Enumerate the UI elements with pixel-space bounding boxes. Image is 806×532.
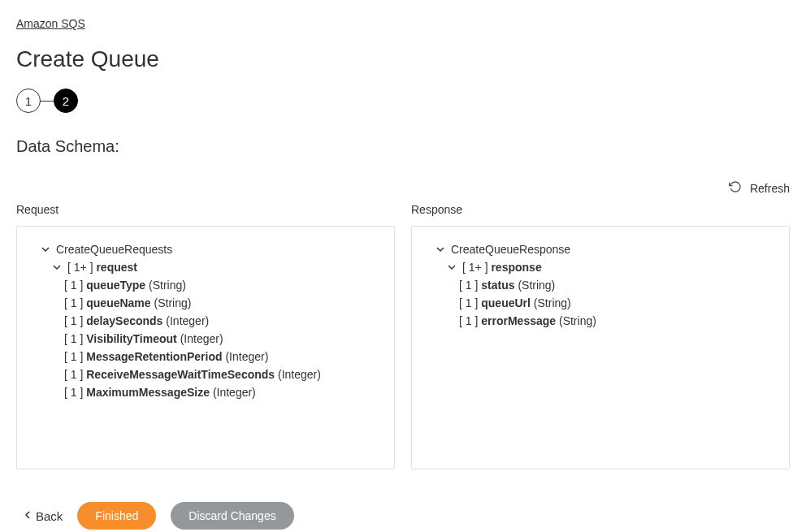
node-cardinality: [ 1 ]	[459, 296, 478, 309]
node-name: status	[481, 279, 514, 292]
tree-node-root[interactable]: CreateQueueResponse	[428, 243, 773, 256]
discard-button[interactable]: Discard Changes	[171, 502, 293, 530]
section-title: Data Schema:	[16, 137, 790, 156]
chevron-left-icon	[24, 510, 31, 521]
node-type: (String)	[518, 279, 555, 292]
node-label: CreateQueueRequests	[56, 243, 172, 256]
tree-node-field: [ 1 ] MaximumMessageSize (Integer)	[33, 386, 378, 399]
node-type: (Integer)	[213, 386, 256, 399]
node-type: (String)	[149, 279, 186, 292]
node-type: (String)	[154, 296, 192, 309]
node-name: queueName	[86, 296, 150, 309]
node-cardinality: [ 1 ]	[459, 279, 478, 292]
page-title: Create Queue	[16, 46, 790, 72]
back-button[interactable]: Back	[24, 509, 63, 523]
breadcrumb-link[interactable]: Amazon SQS	[16, 17, 85, 30]
request-column: Request CreateQueueRequests [ 1+ ] reque…	[16, 203, 395, 469]
finished-button[interactable]: Finished	[77, 502, 156, 530]
node-cardinality: [ 1 ]	[64, 368, 83, 381]
tree-node-field: [ 1 ] ReceiveMessageWaitTimeSeconds (Int…	[33, 368, 378, 381]
request-label: Request	[16, 203, 395, 216]
node-name: request	[96, 261, 137, 274]
tree-node-field: [ 1 ] queueType (String)	[33, 279, 378, 292]
back-label: Back	[36, 509, 63, 523]
tree-node-child[interactable]: [ 1+ ] request	[33, 261, 378, 274]
node-type: (Integer)	[225, 350, 268, 363]
refresh-icon[interactable]	[729, 180, 742, 197]
node-cardinality: [ 1 ]	[64, 386, 83, 399]
node-cardinality: [ 1 ]	[64, 350, 83, 363]
node-name: MaximumMessageSize	[86, 386, 210, 399]
node-name: delaySeconds	[86, 314, 162, 327]
step-2[interactable]: 2	[54, 89, 78, 113]
node-type: (Integer)	[166, 314, 209, 327]
chevron-down-icon[interactable]	[41, 245, 50, 255]
node-type: (String)	[534, 296, 571, 309]
node-cardinality: [ 1 ]	[64, 314, 83, 327]
stepper: 1 2	[16, 89, 790, 113]
chevron-down-icon[interactable]	[436, 245, 444, 255]
tree-node-child[interactable]: [ 1+ ] response	[428, 261, 773, 274]
node-cardinality: [ 1 ]	[459, 314, 478, 327]
node-cardinality: [ 1 ]	[64, 332, 83, 345]
node-name: ReceiveMessageWaitTimeSeconds	[86, 368, 275, 381]
node-cardinality: [ 1+ ]	[462, 261, 488, 274]
tree-node-root[interactable]: CreateQueueRequests	[33, 243, 378, 256]
tree-node-field: [ 1 ] MessageRetentionPeriod (Integer)	[33, 350, 378, 363]
node-cardinality: [ 1 ]	[64, 279, 83, 292]
chevron-down-icon[interactable]	[53, 263, 61, 273]
node-name: MessageRetentionPeriod	[86, 350, 222, 363]
response-label: Response	[411, 203, 790, 216]
request-schema-box: CreateQueueRequests [ 1+ ] request [ 1 ]…	[16, 226, 395, 469]
node-type: (String)	[559, 314, 596, 327]
node-name: response	[491, 261, 541, 274]
step-connector	[41, 101, 54, 102]
node-name: VisibilityTimeout	[86, 332, 177, 345]
response-schema-box: CreateQueueResponse [ 1+ ] response [ 1 …	[411, 226, 790, 469]
node-type: (Integer)	[278, 368, 321, 381]
node-cardinality: [ 1 ]	[64, 296, 83, 309]
node-name: queueType	[86, 279, 145, 292]
chevron-down-icon[interactable]	[448, 263, 456, 273]
node-name: queueUrl	[481, 296, 531, 309]
tree-node-field: [ 1 ] status (String)	[428, 279, 773, 292]
tree-node-field: [ 1 ] errorMessage (String)	[428, 314, 773, 327]
node-name: errorMessage	[481, 314, 556, 327]
tree-node-field: [ 1 ] delaySeconds (Integer)	[33, 314, 378, 327]
tree-node-field: [ 1 ] VisibilityTimeout (Integer)	[33, 332, 378, 345]
node-cardinality: [ 1+ ]	[67, 261, 93, 274]
tree-node-field: [ 1 ] queueUrl (String)	[428, 296, 773, 309]
node-label: CreateQueueResponse	[451, 243, 570, 256]
node-type: (Integer)	[180, 332, 223, 345]
step-1[interactable]: 1	[16, 89, 41, 113]
refresh-button[interactable]: Refresh	[750, 182, 790, 195]
response-column: Response CreateQueueResponse [ 1+ ] resp…	[411, 203, 790, 469]
tree-node-field: [ 1 ] queueName (String)	[33, 296, 378, 309]
